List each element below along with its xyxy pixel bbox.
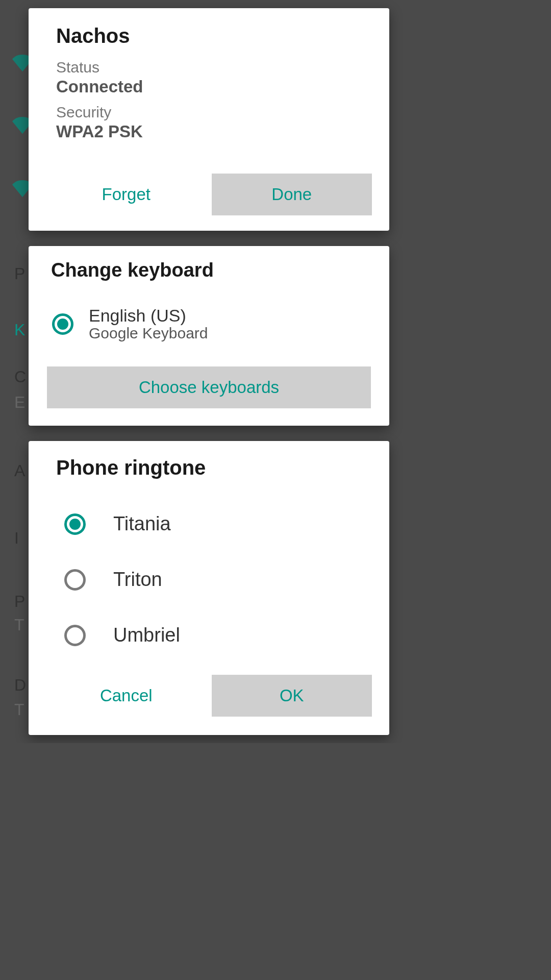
keyboard-option-primary: English (US)	[89, 306, 208, 326]
wifi-status-block: Status Connected Security WPA2 PSK	[29, 54, 389, 141]
ok-button[interactable]: OK	[212, 675, 372, 717]
ringtone-option-umbriel[interactable]: Umbriel	[37, 612, 381, 658]
change-keyboard-dialog: Change keyboard English (US) Google Keyb…	[29, 246, 389, 426]
choose-keyboards-button[interactable]: Choose keyboards	[47, 366, 371, 408]
ringtone-options-list: Titania Triton Umbriel	[29, 501, 389, 658]
radio-button-icon	[64, 513, 86, 535]
radio-button-icon	[52, 313, 73, 335]
wifi-network-name: Nachos	[29, 24, 389, 54]
security-label: Security	[56, 104, 362, 121]
forget-button[interactable]: Forget	[46, 174, 207, 215]
keyboard-dialog-title: Change keyboard	[29, 259, 389, 297]
keyboard-option[interactable]: English (US) Google Keyboard	[29, 297, 389, 351]
ringtone-label: Titania	[113, 513, 171, 535]
ringtone-dialog-buttons: Cancel OK	[29, 675, 389, 717]
ringtone-dialog-title: Phone ringtone	[29, 456, 389, 485]
keyboard-option-secondary: Google Keyboard	[89, 325, 208, 342]
ringtone-label: Umbriel	[113, 624, 180, 646]
radio-button-icon	[64, 625, 86, 646]
status-label: Status	[56, 59, 362, 76]
ringtone-label: Triton	[113, 569, 162, 591]
security-value: WPA2 PSK	[56, 122, 362, 141]
keyboard-option-labels: English (US) Google Keyboard	[89, 306, 208, 342]
ringtone-option-titania[interactable]: Titania	[37, 501, 381, 547]
cancel-button[interactable]: Cancel	[46, 675, 207, 717]
wifi-dialog-buttons: Forget Done	[29, 174, 389, 215]
status-value: Connected	[56, 77, 362, 96]
done-button[interactable]: Done	[212, 174, 372, 215]
ringtone-option-triton[interactable]: Triton	[37, 556, 381, 603]
phone-ringtone-dialog: Phone ringtone Titania Triton Umbriel Ca…	[29, 441, 389, 735]
wifi-detail-dialog: Nachos Status Connected Security WPA2 PS…	[29, 8, 389, 231]
radio-button-icon	[64, 569, 86, 591]
